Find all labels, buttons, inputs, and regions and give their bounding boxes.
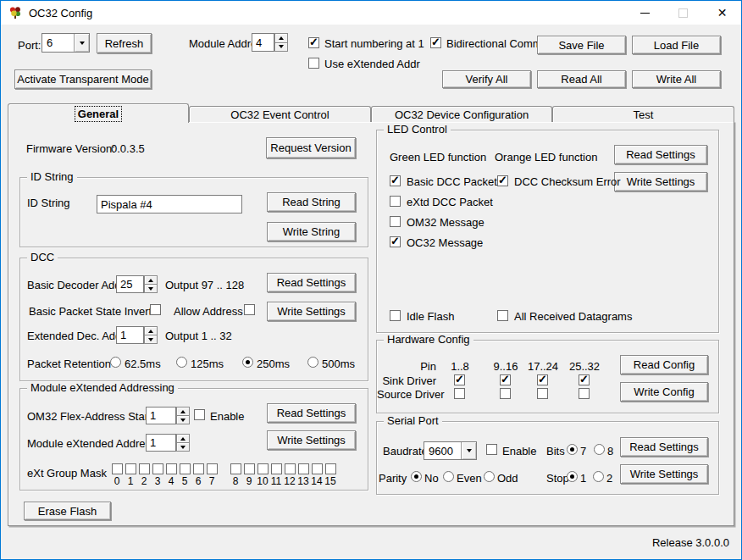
spin-up-button[interactable]	[176, 407, 190, 416]
refresh-button[interactable]: Refresh	[97, 33, 152, 53]
use-extended-checkbox[interactable]	[308, 58, 319, 69]
sink-9-16-checkbox[interactable]	[500, 374, 511, 385]
basic-decoder-addr-spinner[interactable]	[144, 275, 158, 293]
serial-read-settings-button[interactable]: Read Settings	[620, 437, 708, 457]
parity-odd-radio[interactable]	[484, 471, 495, 482]
mask-7-checkbox[interactable]	[207, 463, 218, 474]
module-address-input[interactable]	[252, 33, 274, 52]
source-17-24-checkbox[interactable]	[537, 388, 548, 399]
spin-down-button[interactable]	[144, 335, 158, 344]
module-extended-address-input[interactable]	[146, 434, 176, 452]
spin-up-button[interactable]	[144, 275, 158, 285]
port-combobox[interactable]: 6	[42, 33, 90, 53]
mask-8-checkbox[interactable]	[230, 463, 241, 474]
module-extended-address-spinner[interactable]	[176, 434, 190, 452]
tab-oc32-event-control[interactable]: OC32 Event Control	[189, 106, 371, 122]
bits-8-radio[interactable]	[594, 444, 605, 455]
mask-2-checkbox[interactable]	[139, 463, 150, 474]
spin-down-button[interactable]	[144, 285, 158, 293]
oc32-message-checkbox[interactable]	[390, 236, 401, 247]
mask-4-checkbox[interactable]	[166, 463, 177, 474]
bits-7-radio[interactable]	[567, 444, 578, 455]
spin-down-button[interactable]	[176, 416, 190, 424]
dcc-checksum-error-checkbox[interactable]	[497, 175, 508, 186]
spin-down-button[interactable]	[274, 43, 288, 53]
read-string-button[interactable]: Read String	[267, 192, 356, 212]
activate-transparent-mode-button[interactable]: Activate Transparent Mode	[14, 69, 152, 89]
request-version-button[interactable]: Request Version	[266, 137, 356, 158]
retention-250-radio[interactable]	[242, 357, 253, 368]
all-received-datagrams-checkbox[interactable]	[497, 310, 508, 321]
baudrate-combobox[interactable]: 9600	[424, 441, 477, 460]
idle-flash-checkbox[interactable]	[390, 310, 401, 321]
close-button[interactable]: ✕	[703, 1, 741, 25]
source-9-16-checkbox[interactable]	[500, 388, 511, 399]
mask-9-checkbox[interactable]	[244, 463, 255, 474]
led-read-settings-button[interactable]: Read Settings	[614, 145, 707, 164]
serial-write-settings-button[interactable]: Write Settings	[620, 464, 708, 484]
stop-1-radio[interactable]	[567, 471, 578, 482]
parity-even-radio[interactable]	[443, 471, 454, 482]
stop-2-radio[interactable]	[593, 471, 604, 482]
tab-oc32-device-configuration[interactable]: OC32 Device Configuration	[371, 106, 552, 122]
source-25-32-checkbox[interactable]	[579, 388, 590, 399]
spin-up-button[interactable]	[144, 326, 158, 335]
allow-address-0-checkbox[interactable]	[244, 304, 255, 315]
verify-all-button[interactable]: Verify All	[442, 70, 531, 88]
spin-up-button[interactable]	[274, 33, 288, 43]
minimize-button[interactable]	[626, 1, 664, 25]
ext-addr-write-settings-button[interactable]: Write Settings	[267, 430, 356, 450]
save-file-button[interactable]: Save File	[537, 36, 626, 54]
mask-15-checkbox[interactable]	[325, 463, 336, 474]
retention-125-radio[interactable]	[176, 357, 187, 368]
dcc-read-settings-button[interactable]: Read Settings	[267, 273, 356, 292]
sink-25-32-checkbox[interactable]	[579, 374, 590, 385]
parity-no-radio[interactable]	[411, 471, 422, 482]
sink-17-24-checkbox[interactable]	[537, 374, 548, 385]
mask-1-checkbox[interactable]	[125, 463, 136, 474]
start-numbering-checkbox[interactable]	[308, 37, 319, 48]
mask-11-checkbox[interactable]	[271, 463, 282, 474]
bidirectional-checkbox[interactable]	[430, 37, 441, 48]
om32-message-checkbox[interactable]	[390, 216, 401, 227]
tab-test[interactable]: Test	[552, 106, 734, 122]
flex-enable-checkbox[interactable]	[194, 409, 205, 420]
mask-14-checkbox[interactable]	[312, 463, 323, 474]
id-string-input[interactable]	[97, 195, 242, 213]
spin-up-button[interactable]	[176, 434, 190, 443]
erase-flash-button[interactable]: Erase Flash	[24, 502, 111, 520]
port-dropdown-icon[interactable]	[74, 34, 89, 52]
led-write-settings-button[interactable]: Write Settings	[614, 172, 707, 191]
dcc-write-settings-button[interactable]: Write Settings	[267, 302, 356, 321]
write-config-button[interactable]: Write Config	[620, 382, 708, 402]
read-config-button[interactable]: Read Config	[620, 355, 708, 374]
basic-decoder-addr-input[interactable]	[116, 275, 144, 293]
mask-0-checkbox[interactable]	[112, 463, 123, 474]
mask-12-checkbox[interactable]	[285, 463, 296, 474]
load-file-button[interactable]: Load File	[632, 36, 721, 54]
om32-flex-address-input[interactable]	[146, 407, 176, 424]
retention-500-radio[interactable]	[307, 357, 318, 368]
mask-6-checkbox[interactable]	[193, 463, 204, 474]
mask-10-checkbox[interactable]	[257, 463, 269, 474]
serial-enable-checkbox[interactable]	[486, 444, 497, 455]
module-address-spinner[interactable]	[274, 33, 288, 52]
mask-13-checkbox[interactable]	[298, 463, 309, 474]
extd-dcc-packet-checkbox[interactable]	[390, 196, 401, 207]
extended-dec-addr-spinner[interactable]	[144, 326, 158, 344]
basic-packet-invert-checkbox[interactable]	[150, 304, 161, 315]
basic-dcc-packet-checkbox[interactable]	[390, 175, 401, 186]
spin-down-button[interactable]	[176, 443, 190, 452]
write-string-button[interactable]: Write String	[267, 222, 356, 241]
extended-dec-addr-input[interactable]	[116, 326, 144, 344]
ext-addr-read-settings-button[interactable]: Read Settings	[267, 403, 356, 423]
retention-62-radio[interactable]	[110, 357, 121, 368]
source-1-8-checkbox[interactable]	[454, 388, 465, 399]
tab-general[interactable]: General	[8, 103, 189, 123]
read-all-button[interactable]: Read All	[537, 70, 626, 88]
mask-3-checkbox[interactable]	[152, 463, 163, 474]
mask-5-checkbox[interactable]	[180, 463, 191, 474]
sink-1-8-checkbox[interactable]	[454, 374, 465, 385]
write-all-button[interactable]: Write All	[632, 70, 721, 88]
om32-flex-address-spinner[interactable]	[176, 407, 190, 424]
